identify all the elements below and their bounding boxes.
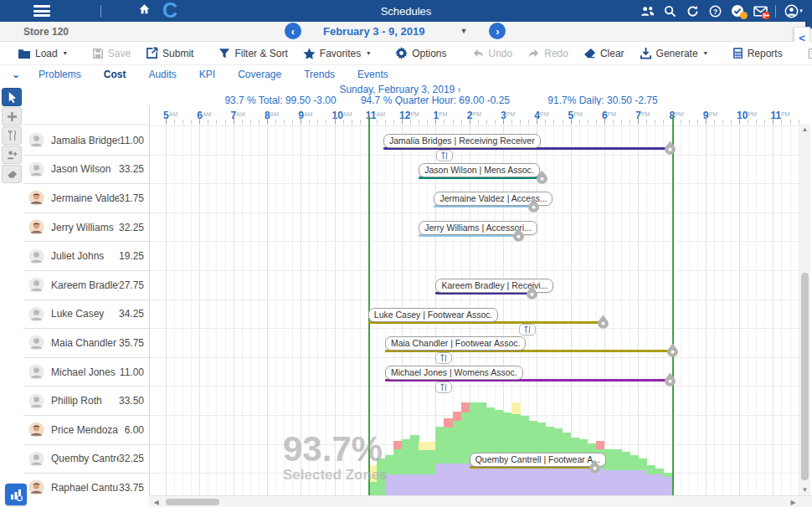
schedules-app: C Schedules ?9+▾ Store 120 ‹ February 3 …	[0, 0, 812, 507]
horizontal-scrollbar[interactable]: ◀ ▶	[149, 495, 812, 507]
eraser-icon	[583, 48, 596, 59]
coverage-bar-segment	[419, 474, 428, 495]
vertical-scrollbar[interactable]: ▲ ▼	[799, 124, 810, 495]
employee-row[interactable]: Kareem Bradley27.75	[23, 271, 149, 300]
employee-row[interactable]: Juliet Johns19.25	[23, 242, 149, 271]
scroll-up-icon[interactable]: ▲	[799, 125, 810, 133]
employee-name: Juliet Johns	[51, 250, 119, 262]
add-shift-tool[interactable]	[2, 107, 22, 125]
team-icon[interactable]	[640, 3, 655, 18]
employee-row[interactable]: Michael Jones11.00	[23, 358, 149, 387]
coverage-bar-segment	[461, 412, 470, 463]
shift-label[interactable]: Jason Wilson | Mens Assoc.	[419, 163, 540, 177]
pointer-tool[interactable]	[2, 88, 22, 106]
tab-coverage[interactable]: Coverage	[238, 69, 281, 80]
tab-problems[interactable]: Problems	[39, 69, 81, 80]
search-icon[interactable]	[662, 3, 677, 18]
coverage-bar-segment	[393, 449, 403, 474]
tab-audits[interactable]: Audits	[148, 69, 176, 80]
erase-shift-tool[interactable]	[2, 165, 22, 183]
date-caret-icon[interactable]: ▼	[460, 27, 467, 35]
toolbar-label: Save	[108, 48, 131, 59]
messages-icon[interactable]: 9+	[753, 3, 768, 18]
employee-row[interactable]: Maia Chandler35.75	[23, 329, 149, 358]
gridline	[756, 124, 757, 495]
tab-kpi[interactable]: KPI	[199, 69, 215, 80]
day-header[interactable]: Sunday, February 3, 2019 ›	[149, 84, 651, 95]
gridline	[199, 124, 200, 495]
employee-row[interactable]: Jason Wilson33.25	[23, 156, 149, 185]
employee-row[interactable]: Raphael Cantu33.75	[23, 474, 149, 495]
avatar	[28, 335, 44, 351]
gridline	[267, 124, 268, 495]
shift-end-pin-icon[interactable]	[527, 285, 537, 303]
scroll-down-icon[interactable]: ▼	[799, 486, 810, 494]
employee-row[interactable]: Luke Casey34.25	[23, 300, 149, 330]
clear-button[interactable]: Clear	[583, 48, 624, 59]
employee-row[interactable]: Phillip Roth33.50	[23, 387, 149, 416]
employee-row[interactable]: Quemby Cantrell32.25	[23, 445, 149, 474]
add-employee-tool[interactable]	[2, 146, 22, 164]
reports-button[interactable]: Reports	[732, 47, 783, 59]
shift-end-pin-icon[interactable]	[528, 198, 539, 216]
shift-end-pin-icon[interactable]	[667, 343, 678, 361]
recalculate-button[interactable]: Recalculate	[808, 47, 812, 59]
prev-week-button[interactable]: ‹	[285, 23, 301, 39]
meal-break-tool[interactable]	[2, 126, 22, 145]
gridline	[242, 124, 243, 495]
employee-row[interactable]: Jamalia Bridges11.00	[23, 126, 149, 156]
row-separator	[149, 125, 799, 126]
load-button[interactable]: Load▾	[18, 48, 67, 59]
favorites-button[interactable]: Favorites▾	[303, 48, 370, 59]
undo-button[interactable]: Undo	[472, 48, 513, 59]
profile-icon[interactable]: ▾	[784, 3, 804, 18]
shift-end-pin-icon[interactable]	[589, 459, 600, 477]
employee-row[interactable]: Jermaine Valdez31.75	[23, 184, 149, 213]
shift-end-pin-icon[interactable]	[513, 228, 524, 245]
shift-label[interactable]: Maia Chandler | Footwear Assoc.	[385, 336, 526, 351]
shift-label[interactable]: Luke Casey | Footwear Assoc.	[368, 308, 499, 322]
employee-row[interactable]: Price Mendoza6.00	[23, 416, 149, 445]
date-range-label[interactable]: February 3 - 9, 2019	[323, 25, 424, 38]
avatar	[28, 161, 44, 177]
options-button[interactable]: Options	[395, 47, 446, 59]
gridline	[292, 124, 293, 495]
shift-label[interactable]: Jamalia Bridges | Receiving Receiver	[383, 134, 541, 148]
next-week-button[interactable]: ›	[489, 23, 506, 39]
vertical-scroll-thumb[interactable]	[801, 273, 809, 480]
employee-row[interactable]: Jerry Williams32.25	[23, 213, 149, 243]
generate-button[interactable]: Generate▾	[640, 47, 707, 59]
scroll-right-icon[interactable]: ▶	[788, 499, 799, 506]
shift-end-pin-icon[interactable]	[665, 372, 676, 390]
coverage-chart-settings-button[interactable]	[5, 484, 27, 505]
tab-trends[interactable]: Trends	[304, 69, 335, 80]
submit-button[interactable]: Submit	[146, 47, 193, 59]
meal-break-icon[interactable]	[436, 150, 453, 161]
shift-end-pin-icon[interactable]	[537, 170, 547, 187]
scroll-left-icon[interactable]: ◀	[151, 499, 162, 506]
shift-label[interactable]: Quemby Cantrell | Footwear A...	[470, 453, 606, 467]
tab-events[interactable]: Events	[357, 69, 388, 80]
gridline	[275, 124, 276, 495]
coverage-bar-segment	[553, 469, 563, 495]
coverage-bar-segment	[655, 469, 664, 474]
horizontal-scroll-thumb[interactable]	[166, 499, 219, 505]
redo-button[interactable]: Redo	[527, 48, 568, 59]
shift-end-pin-icon[interactable]	[598, 315, 609, 332]
meal-break-icon[interactable]	[435, 352, 452, 364]
meal-break-icon[interactable]	[435, 382, 452, 393]
axis-tick	[706, 117, 707, 124]
save-button[interactable]: Save	[92, 48, 131, 59]
gridline	[301, 124, 301, 495]
tasks-icon[interactable]	[730, 3, 745, 18]
shift-end-pin-icon[interactable]	[665, 141, 676, 158]
day-chevron-icon[interactable]: ›	[458, 84, 461, 95]
meal-break-icon[interactable]	[519, 324, 536, 335]
collapse-tabs-icon[interactable]: ⌄	[12, 69, 20, 80]
tab-cost[interactable]: Cost	[104, 69, 126, 80]
filter-sort-button[interactable]: Filter & Sort	[218, 48, 287, 59]
help-icon[interactable]: ?	[707, 3, 722, 18]
shift-label[interactable]: Michael Jones | Womens Assoc.	[385, 366, 523, 380]
employee-list: Jamalia Bridges11.00Jason Wilson33.25Jer…	[23, 124, 149, 495]
refresh-icon[interactable]	[685, 3, 700, 18]
